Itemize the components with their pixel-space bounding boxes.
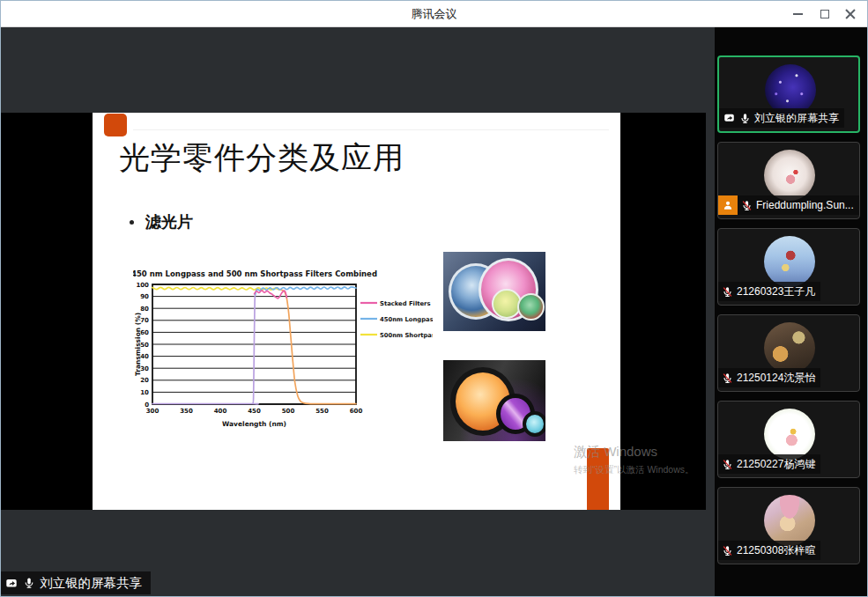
slide-divider bbox=[133, 129, 609, 130]
participant-name: 刘立银的屏幕共享 bbox=[754, 111, 839, 126]
participant-tile-2[interactable]: 21260323王子凡 bbox=[717, 228, 860, 306]
avatar bbox=[764, 150, 815, 201]
maximize-button[interactable] bbox=[812, 1, 838, 26]
participant-name: 21250308张梓暄 bbox=[737, 543, 815, 558]
participant-sidebar: 刘立银的屏幕共享 Frieddumpling.Sun... 21260323王子… bbox=[715, 27, 868, 597]
participant-name-row: 21250227杨鸿键 bbox=[718, 454, 820, 474]
lens-green bbox=[517, 293, 545, 321]
avatar bbox=[764, 322, 815, 373]
close-icon bbox=[845, 9, 856, 19]
screen-share-icon bbox=[723, 113, 736, 123]
participant-name: 21260323王子凡 bbox=[737, 284, 815, 299]
svg-text:Stacked Filters: Stacked Filters bbox=[380, 300, 431, 307]
participant-tile-1[interactable]: Frieddumpling.Sun... bbox=[717, 142, 860, 219]
lens-cyan bbox=[523, 411, 545, 437]
participant-tile-4[interactable]: 21250227杨鸿键 bbox=[717, 401, 860, 478]
shared-screen-area: 光学零件分类及应用 滤光片 01020304050607080901003003… bbox=[1, 27, 715, 597]
mic-icon bbox=[739, 113, 751, 124]
slide-accent-square bbox=[104, 114, 127, 136]
mic-muted-icon bbox=[722, 372, 733, 384]
close-button[interactable] bbox=[837, 1, 864, 26]
mic-muted-icon bbox=[722, 545, 733, 556]
participant-tile-0[interactable]: 刘立银的屏幕共享 bbox=[717, 55, 860, 133]
maximize-icon bbox=[820, 10, 829, 18]
participant-name: 21250124沈景怡 bbox=[737, 371, 815, 386]
svg-text:450: 450 bbox=[248, 408, 261, 415]
minimize-button[interactable] bbox=[784, 1, 811, 26]
svg-text:450 nm Longpass and 500 nm Sho: 450 nm Longpass and 500 nm Shortpass Fil… bbox=[133, 269, 377, 278]
avatar bbox=[764, 236, 815, 287]
participant-name-row: 21260323王子凡 bbox=[718, 282, 820, 301]
svg-text:Wavelength (nm): Wavelength (nm) bbox=[222, 420, 286, 428]
mic-muted-icon bbox=[722, 286, 733, 298]
titlebar: 腾讯会议 bbox=[1, 1, 867, 27]
window-title: 腾讯会议 bbox=[1, 1, 867, 27]
svg-text:500nm Shortpass: 500nm Shortpass bbox=[380, 332, 433, 339]
svg-text:90: 90 bbox=[140, 293, 149, 300]
svg-text:20: 20 bbox=[140, 377, 149, 384]
participant-name: 21250227杨鸿键 bbox=[737, 457, 815, 472]
transmission-chart: 0102030405060708090100300350400450500550… bbox=[133, 267, 433, 439]
participant-name-row: 21250124沈景怡 bbox=[718, 368, 820, 387]
app-window: 腾讯会议 光学零件分类及应用 滤光片 010203040506070809010… bbox=[0, 0, 868, 597]
svg-text:100: 100 bbox=[136, 282, 149, 289]
screen-share-status-pill: 刘立银的屏幕共享 bbox=[1, 571, 151, 594]
screen-share-status-text: 刘立银的屏幕共享 bbox=[40, 575, 142, 592]
participant-name: Frieddumpling.Sun... bbox=[756, 199, 854, 211]
windows-activation-watermark: 激活 Windows 转到“设置”以激活 Windows。 bbox=[574, 444, 694, 476]
participant-name-row: 刘立银的屏幕共享 bbox=[719, 108, 844, 128]
slide-title: 光学零件分类及应用 bbox=[119, 137, 404, 179]
avatar bbox=[764, 495, 815, 546]
participant-name-row: Frieddumpling.Sun... bbox=[738, 195, 859, 215]
participant-tile-3[interactable]: 21250124沈景怡 bbox=[717, 314, 860, 392]
svg-text:10: 10 bbox=[140, 389, 149, 396]
presentation-slide: 光学零件分类及应用 滤光片 01020304050607080901003003… bbox=[93, 113, 620, 510]
svg-text:300: 300 bbox=[146, 408, 160, 415]
mic-muted-icon bbox=[722, 459, 733, 470]
watermark-line2: 转到“设置”以激活 Windows。 bbox=[574, 464, 694, 476]
svg-text:350: 350 bbox=[180, 408, 193, 415]
watermark-line1: 激活 Windows bbox=[574, 444, 694, 461]
mic-icon bbox=[23, 577, 35, 589]
svg-text:550: 550 bbox=[315, 408, 329, 415]
host-badge bbox=[718, 195, 738, 215]
optical-filters-photo-1 bbox=[443, 252, 545, 331]
svg-text:80: 80 bbox=[140, 306, 149, 313]
svg-text:450nm Longpass: 450nm Longpass bbox=[380, 316, 433, 323]
screen-share-icon bbox=[4, 578, 19, 589]
svg-text:500: 500 bbox=[282, 408, 295, 415]
svg-text:Transmission (%): Transmission (%) bbox=[134, 313, 142, 376]
svg-text:400: 400 bbox=[214, 408, 227, 415]
minimize-icon bbox=[793, 13, 803, 15]
mic-muted-icon bbox=[741, 200, 753, 211]
person-icon bbox=[722, 199, 734, 211]
bullet-dot bbox=[130, 220, 134, 225]
avatar bbox=[764, 409, 815, 460]
svg-text:600: 600 bbox=[350, 408, 363, 415]
slide-bullet-row: 滤光片 bbox=[130, 211, 193, 232]
participant-tile-5[interactable]: 21250308张梓暄 bbox=[717, 487, 860, 564]
optical-filters-photo-2 bbox=[443, 360, 545, 441]
participant-name-row: 21250308张梓暄 bbox=[718, 541, 820, 560]
slide-bullet-text: 滤光片 bbox=[145, 211, 193, 232]
